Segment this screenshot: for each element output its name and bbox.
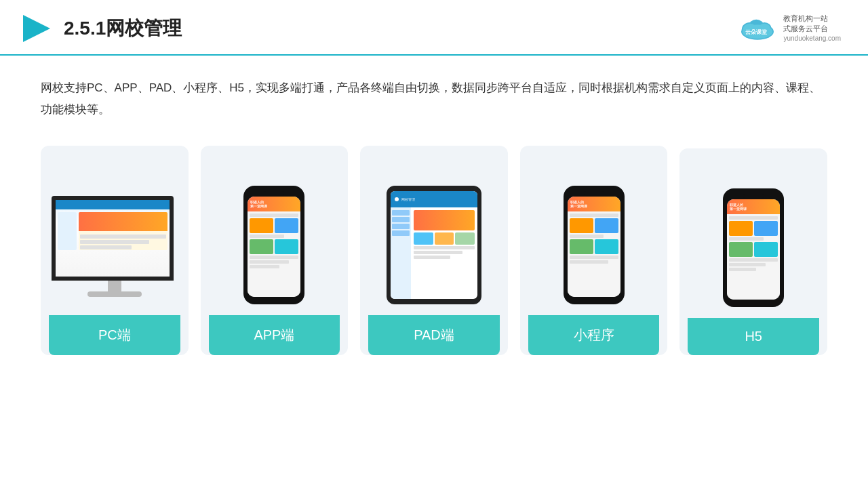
miniapp-image-area: 职迹人的第一堂网课 [528, 162, 660, 304]
miniapp-phone-mock: 职迹人的第一堂网课 [564, 186, 625, 304]
h5-phone-mock: 职迹人的第一堂网课 [723, 188, 784, 307]
card-app: 职迹人的第一堂网课 [201, 146, 349, 355]
header-left: 2.5.1网校管理 [20, 12, 182, 45]
card-pc-label: PC端 [49, 315, 180, 355]
card-h5: 职迹人的第一堂网课 [679, 148, 827, 355]
main-content: 网校支持PC、APP、PAD、小程序、H5，实现多端打通，产品各终端自由切换，数… [0, 56, 868, 355]
description-text: 网校支持PC、APP、PAD、小程序、H5，实现多端打通，产品各终端自由切换，数… [41, 77, 827, 121]
tablet-mock: 网校管理 [387, 186, 481, 304]
card-app-label: APP端 [209, 315, 340, 355]
card-pc: PC端 [41, 146, 189, 355]
card-h5-label: H5 [688, 318, 819, 355]
logo-cloud-icon: 云朵课堂 [737, 15, 778, 42]
h5-image-area: 职迹人的第一堂网课 [688, 165, 819, 307]
app-image-area: 职迹人的第一堂网课 [209, 162, 340, 304]
card-miniapp-label: 小程序 [528, 315, 660, 355]
pad-image-area: 网校管理 [368, 162, 500, 304]
pc-image-area [49, 162, 180, 304]
card-pad-label: PAD端 [368, 315, 500, 355]
svg-text:云朵课堂: 云朵课堂 [745, 29, 768, 35]
monitor-screen [52, 196, 174, 281]
card-miniapp: 职迹人的第一堂网课 [520, 146, 668, 355]
logo-area: 云朵课堂 教育机构一站 式服务云平台 yunduoketang.com [737, 14, 841, 44]
logo-text: 教育机构一站 式服务云平台 yunduoketang.com [783, 14, 841, 44]
page-title: 2.5.1网校管理 [64, 16, 182, 41]
card-pad: 网校管理 [360, 146, 508, 355]
play-icon [20, 12, 53, 45]
page-header: 2.5.1网校管理 云朵课堂 教育机构一站 式服务云平台 yunduoketan… [0, 0, 868, 56]
pc-monitor [52, 196, 177, 304]
svg-marker-0 [23, 15, 50, 42]
app-phone-mock: 职迹人的第一堂网课 [243, 186, 304, 304]
cards-row: PC端 职迹人的第一堂网课 [41, 146, 827, 355]
